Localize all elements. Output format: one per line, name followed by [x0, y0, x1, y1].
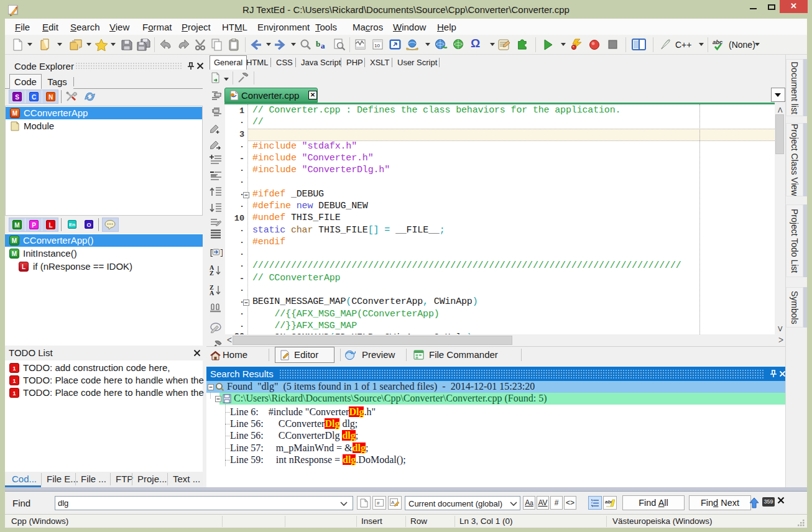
svg-text:]: ]	[219, 248, 223, 257]
svg-text:#: #	[377, 500, 380, 506]
svg-text:10: 10	[374, 43, 380, 48]
svg-text:abc: abc	[713, 39, 723, 45]
svg-text:A: A	[210, 290, 215, 296]
svg-text:b: b	[316, 39, 320, 48]
svg-text:A: A	[391, 500, 395, 505]
svg-text:Z: Z	[210, 270, 214, 277]
svg-text:a: a	[321, 41, 325, 50]
